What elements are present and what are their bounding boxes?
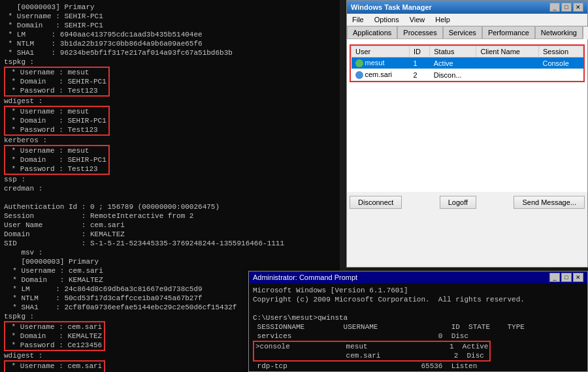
task-manager-titlebar: Windows Task Manager _ □ ✕ — [347, 1, 587, 14]
user-cell: cem.sari — [351, 69, 410, 81]
cmd-window-controls: _ □ ✕ — [549, 273, 583, 282]
table-row[interactable]: cem.sari 2 Discon... — [351, 69, 583, 81]
task-manager-title: Windows Task Manager — [351, 3, 432, 11]
table-row[interactable]: mesut 1 Active Console — [351, 57, 583, 69]
col-status: Status — [430, 46, 476, 57]
menu-view[interactable]: View — [407, 15, 428, 24]
status-cell: Discon... — [430, 69, 476, 81]
status-cell: Active — [430, 57, 476, 69]
session-cell — [538, 69, 583, 81]
bottom-buttons: Disconnect Logoff Send Message... — [347, 192, 587, 211]
user-icon-active — [355, 59, 363, 67]
tab-services[interactable]: Services — [443, 26, 482, 39]
id-cell: 1 — [410, 57, 430, 69]
users-table: User ID Status Client Name Session mesut… — [351, 46, 583, 81]
tab-applications[interactable]: Applications — [347, 26, 397, 39]
session-cell: Console — [538, 57, 583, 69]
tab-networking[interactable]: Networking — [535, 26, 583, 39]
user-cell: mesut — [351, 57, 410, 69]
col-user: User — [351, 46, 410, 57]
menu-file[interactable]: File — [350, 15, 367, 24]
client-name-cell — [476, 57, 539, 69]
menu-options[interactable]: Options — [372, 15, 402, 24]
tab-bar: Applications Processes Services Performa… — [347, 26, 587, 39]
cmd-title: Administrator: Command Prompt — [253, 273, 357, 281]
maximize-button[interactable]: □ — [561, 3, 572, 12]
cmd-titlebar: Administrator: Command Prompt _ □ ✕ — [249, 271, 587, 283]
minimize-button[interactable]: _ — [549, 3, 560, 12]
cmd-close-button[interactable]: ✕ — [573, 273, 583, 282]
tab-performance[interactable]: Performance — [482, 26, 535, 39]
users-table-wrapper: User ID Status Client Name Session mesut… — [350, 44, 585, 82]
menu-bar: File Options View Help — [347, 14, 587, 26]
menu-help[interactable]: Help — [433, 15, 453, 24]
highlight-block-cemsari-tspkg: * Username : cem.sari * Domain : KEMALTE… — [4, 321, 105, 351]
logoff-button[interactable]: Logoff — [440, 196, 476, 209]
window-controls: _ □ ✕ — [549, 3, 583, 12]
tab-users[interactable]: Users — [583, 26, 588, 39]
highlight-console-block: >console mesut 1 Active cem.sari 2 Disc — [253, 341, 491, 362]
user-icon-inactive — [355, 71, 363, 79]
close-button[interactable]: ✕ — [573, 3, 583, 12]
id-cell: 2 — [410, 69, 430, 81]
highlight-block-mesut-kerberos: * Username : mesut * Domain : SEHIR-PC1 … — [4, 145, 110, 175]
col-id: ID — [410, 46, 430, 57]
task-manager-window: Windows Task Manager _ □ ✕ File Options … — [346, 0, 588, 268]
cmd-minimize-button[interactable]: _ — [549, 273, 560, 282]
client-name-cell — [476, 69, 539, 81]
cmd-window: Administrator: Command Prompt _ □ ✕ Micr… — [248, 271, 588, 372]
col-session: Session — [538, 46, 583, 57]
send-message-button[interactable]: Send Message... — [514, 196, 585, 209]
highlight-block-mesut-tspkg: * Username : mesut * Domain : SEHIR-PC1 … — [4, 67, 110, 97]
col-client-name: Client Name — [476, 46, 539, 57]
cmd-maximize-button[interactable]: □ — [561, 273, 572, 282]
cmd-content: Microsoft Windows [Version 6.1.7601] Cop… — [249, 283, 587, 372]
tab-processes[interactable]: Processes — [397, 26, 442, 39]
highlight-block-mesut-wdigest: * Username : mesut * Domain : SEHIR-PC1 … — [4, 106, 110, 136]
highlight-block-cemsari-wdigest: * Username : cem.sari * Domain : KEMALTE… — [4, 360, 105, 372]
disconnect-button[interactable]: Disconnect — [350, 196, 402, 209]
